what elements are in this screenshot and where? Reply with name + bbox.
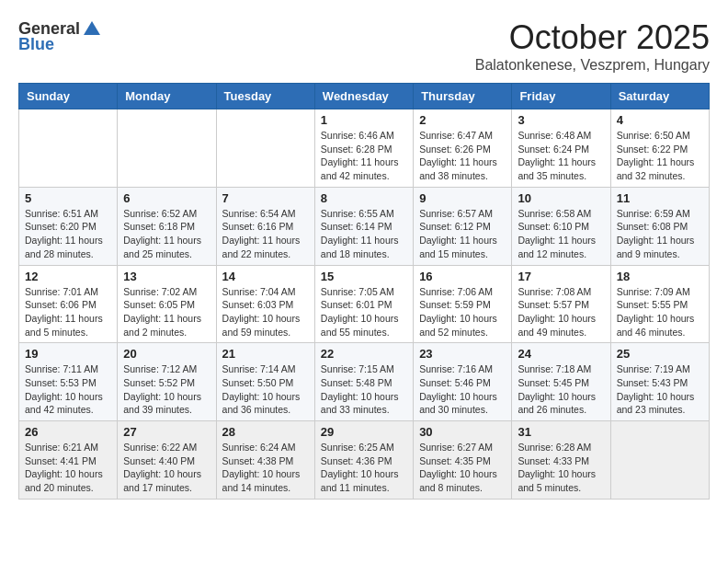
calendar-cell: 6Sunrise: 6:52 AM Sunset: 6:18 PM Daylig…: [118, 187, 216, 265]
svg-marker-0: [84, 21, 100, 35]
calendar-cell: 24Sunrise: 7:18 AM Sunset: 5:45 PM Dayli…: [512, 343, 610, 421]
day-number: 3: [518, 113, 604, 127]
calendar-cell: 1Sunrise: 6:46 AM Sunset: 6:28 PM Daylig…: [314, 109, 413, 188]
calendar-cell: 31Sunrise: 6:28 AM Sunset: 4:33 PM Dayli…: [512, 421, 610, 500]
calendar-cell: 23Sunrise: 7:16 AM Sunset: 5:46 PM Dayli…: [414, 343, 512, 421]
week-row-4: 19Sunrise: 7:11 AM Sunset: 5:53 PM Dayli…: [19, 343, 710, 421]
calendar-cell: 18Sunrise: 7:09 AM Sunset: 5:55 PM Dayli…: [610, 265, 709, 343]
weekday-header-thursday: Thursday: [414, 84, 512, 109]
calendar-cell: 22Sunrise: 7:15 AM Sunset: 5:48 PM Dayli…: [314, 343, 413, 421]
calendar-cell: 26Sunrise: 6:21 AM Sunset: 4:41 PM Dayli…: [19, 421, 118, 500]
calendar-cell: 15Sunrise: 7:05 AM Sunset: 6:01 PM Dayli…: [314, 265, 413, 343]
day-number: 11: [617, 191, 703, 205]
day-info: Sunrise: 7:04 AM Sunset: 6:03 PM Dayligh…: [222, 285, 309, 339]
day-number: 23: [419, 347, 506, 361]
calendar-cell: 25Sunrise: 7:19 AM Sunset: 5:43 PM Dayli…: [610, 343, 709, 421]
calendar-cell: [610, 421, 709, 500]
calendar-cell: 21Sunrise: 7:14 AM Sunset: 5:50 PM Dayli…: [216, 343, 314, 421]
day-number: 5: [25, 191, 111, 205]
weekday-header-saturday: Saturday: [610, 84, 709, 109]
calendar-cell: 28Sunrise: 6:24 AM Sunset: 4:38 PM Dayli…: [216, 421, 314, 500]
day-info: Sunrise: 6:28 AM Sunset: 4:33 PM Dayligh…: [518, 441, 604, 495]
day-number: 21: [222, 347, 309, 361]
day-info: Sunrise: 6:48 AM Sunset: 6:24 PM Dayligh…: [518, 129, 604, 183]
day-number: 10: [518, 191, 604, 205]
day-info: Sunrise: 6:57 AM Sunset: 6:12 PM Dayligh…: [419, 207, 506, 261]
day-info: Sunrise: 7:05 AM Sunset: 6:01 PM Dayligh…: [321, 285, 407, 339]
calendar-cell: 5Sunrise: 6:51 AM Sunset: 6:20 PM Daylig…: [19, 187, 118, 265]
day-number: 28: [222, 425, 309, 439]
day-info: Sunrise: 7:15 AM Sunset: 5:48 PM Dayligh…: [321, 362, 407, 417]
day-info: Sunrise: 6:25 AM Sunset: 4:36 PM Dayligh…: [321, 441, 407, 495]
calendar-cell: 8Sunrise: 6:55 AM Sunset: 6:14 PM Daylig…: [314, 187, 413, 265]
calendar-cell: 16Sunrise: 7:06 AM Sunset: 5:59 PM Dayli…: [414, 265, 512, 343]
day-number: 16: [419, 270, 506, 283]
calendar-cell: 12Sunrise: 7:01 AM Sunset: 6:06 PM Dayli…: [19, 265, 118, 343]
day-number: 8: [321, 191, 407, 205]
calendar-cell: 7Sunrise: 6:54 AM Sunset: 6:16 PM Daylig…: [216, 187, 314, 265]
day-number: 24: [518, 347, 604, 361]
day-number: 9: [419, 191, 506, 205]
day-info: Sunrise: 6:51 AM Sunset: 6:20 PM Dayligh…: [25, 207, 111, 261]
day-info: Sunrise: 6:22 AM Sunset: 4:40 PM Dayligh…: [123, 441, 210, 495]
day-number: 19: [25, 347, 111, 361]
day-number: 20: [123, 347, 210, 361]
weekday-header-friday: Friday: [512, 84, 610, 109]
day-info: Sunrise: 6:59 AM Sunset: 6:08 PM Dayligh…: [617, 207, 703, 261]
day-info: Sunrise: 6:21 AM Sunset: 4:41 PM Dayligh…: [25, 441, 111, 495]
day-number: 29: [321, 425, 407, 439]
day-info: Sunrise: 7:18 AM Sunset: 5:45 PM Dayligh…: [518, 362, 604, 417]
calendar-cell: [19, 109, 118, 188]
day-info: Sunrise: 6:58 AM Sunset: 6:10 PM Dayligh…: [518, 207, 604, 261]
calendar-cell: 9Sunrise: 6:57 AM Sunset: 6:12 PM Daylig…: [414, 187, 512, 265]
day-number: 22: [321, 347, 407, 361]
weekday-header-row: SundayMondayTuesdayWednesdayThursdayFrid…: [19, 84, 710, 109]
day-info: Sunrise: 7:08 AM Sunset: 5:57 PM Dayligh…: [518, 285, 604, 339]
day-info: Sunrise: 6:24 AM Sunset: 4:38 PM Dayligh…: [222, 441, 309, 495]
calendar-cell: 13Sunrise: 7:02 AM Sunset: 6:05 PM Dayli…: [118, 265, 216, 343]
day-number: 26: [25, 425, 111, 439]
day-info: Sunrise: 7:11 AM Sunset: 5:53 PM Dayligh…: [25, 362, 111, 417]
day-number: 7: [222, 191, 309, 205]
month-title: October 2025: [475, 18, 710, 57]
day-number: 31: [518, 425, 604, 439]
day-info: Sunrise: 7:16 AM Sunset: 5:46 PM Dayligh…: [419, 362, 506, 417]
week-row-3: 12Sunrise: 7:01 AM Sunset: 6:06 PM Dayli…: [19, 265, 710, 343]
day-info: Sunrise: 6:50 AM Sunset: 6:22 PM Dayligh…: [617, 129, 703, 183]
day-info: Sunrise: 6:52 AM Sunset: 6:18 PM Dayligh…: [123, 207, 210, 261]
day-info: Sunrise: 6:54 AM Sunset: 6:16 PM Dayligh…: [222, 207, 309, 261]
week-row-5: 26Sunrise: 6:21 AM Sunset: 4:41 PM Dayli…: [19, 421, 710, 500]
day-info: Sunrise: 7:01 AM Sunset: 6:06 PM Dayligh…: [25, 285, 111, 339]
day-info: Sunrise: 6:46 AM Sunset: 6:28 PM Dayligh…: [321, 129, 407, 183]
title-block: October 2025 Balatonkenese, Veszprem, Hu…: [475, 18, 710, 74]
day-number: 15: [321, 270, 407, 283]
calendar-cell: 30Sunrise: 6:27 AM Sunset: 4:35 PM Dayli…: [414, 421, 512, 500]
page-header: General Blue October 2025 Balatonkenese,…: [18, 18, 710, 74]
calendar-table: SundayMondayTuesdayWednesdayThursdayFrid…: [18, 83, 710, 500]
day-info: Sunrise: 7:09 AM Sunset: 5:55 PM Dayligh…: [617, 285, 703, 339]
day-number: 17: [518, 270, 604, 283]
day-info: Sunrise: 7:19 AM Sunset: 5:43 PM Dayligh…: [617, 362, 703, 417]
day-info: Sunrise: 7:06 AM Sunset: 5:59 PM Dayligh…: [419, 285, 506, 339]
logo-icon: [82, 18, 102, 39]
calendar-cell: 17Sunrise: 7:08 AM Sunset: 5:57 PM Dayli…: [512, 265, 610, 343]
day-number: 1: [321, 113, 407, 127]
day-number: 30: [419, 425, 506, 439]
calendar-cell: 11Sunrise: 6:59 AM Sunset: 6:08 PM Dayli…: [610, 187, 709, 265]
day-info: Sunrise: 6:47 AM Sunset: 6:26 PM Dayligh…: [419, 129, 506, 183]
day-info: Sunrise: 7:12 AM Sunset: 5:52 PM Dayligh…: [123, 362, 210, 417]
weekday-header-tuesday: Tuesday: [216, 84, 314, 109]
weekday-header-sunday: Sunday: [19, 84, 118, 109]
day-number: 27: [123, 425, 210, 439]
weekday-header-monday: Monday: [118, 84, 216, 109]
calendar-cell: [118, 109, 216, 188]
day-info: Sunrise: 6:55 AM Sunset: 6:14 PM Dayligh…: [321, 207, 407, 261]
calendar-cell: 20Sunrise: 7:12 AM Sunset: 5:52 PM Dayli…: [118, 343, 216, 421]
calendar-cell: [216, 109, 314, 188]
calendar-cell: 10Sunrise: 6:58 AM Sunset: 6:10 PM Dayli…: [512, 187, 610, 265]
day-number: 18: [617, 270, 703, 283]
day-number: 6: [123, 191, 210, 205]
weekday-header-wednesday: Wednesday: [314, 84, 413, 109]
calendar-cell: 27Sunrise: 6:22 AM Sunset: 4:40 PM Dayli…: [118, 421, 216, 500]
day-number: 12: [25, 270, 111, 283]
